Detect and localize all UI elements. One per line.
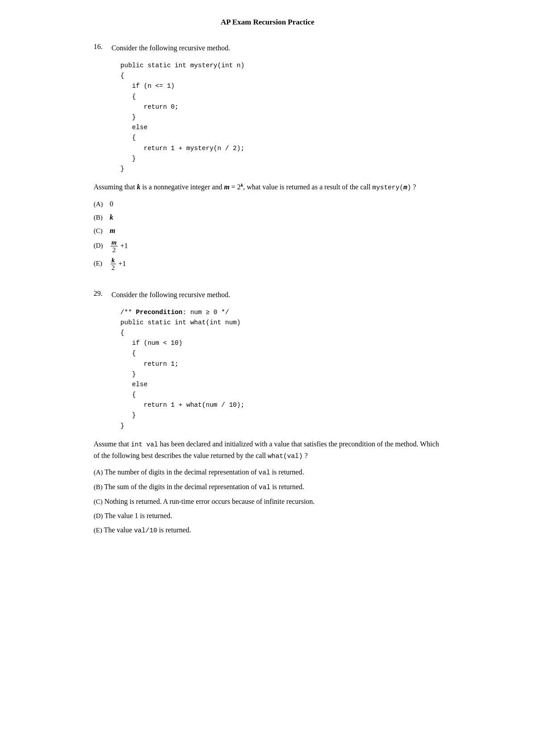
choice-29-e: (E) The value val/10 is returned.	[94, 525, 441, 536]
question-16-intro: Consider the following recursive method.	[111, 43, 230, 53]
question-16: 16. Consider the following recursive met…	[94, 43, 441, 272]
choice-29-a: (A) The number of digits in the decimal …	[94, 467, 441, 478]
choice-29-b: (B) The sum of the digits in the decimal…	[94, 482, 441, 493]
choice-16-a-text: 0	[110, 199, 113, 209]
question-29-choices: (A) The number of digits in the decimal …	[94, 467, 441, 535]
question-16-code: public static int mystery(int n) { if (n…	[120, 61, 441, 174]
page-title: AP Exam Recursion Practice	[94, 18, 441, 27]
choice-16-c: (C) m	[94, 225, 441, 236]
choice-16-e: (E) k 2 +1	[94, 257, 441, 272]
choice-16-d: (D) m 2 +1	[94, 239, 441, 254]
question-16-choices: (A) 0 (B) k (C) m (D) m 2 +1 (E)	[94, 199, 441, 272]
question-16-number: 16.	[94, 43, 107, 53]
question-29-code: /** Precondition: num ≥ 0 */ public stat…	[120, 307, 441, 431]
choice-16-b-text: k	[110, 212, 113, 223]
choice-16-b: (B) k	[94, 212, 441, 223]
choice-29-c: (C) Nothing is returned. A run-time erro…	[94, 496, 441, 507]
choice-29-d: (D) The value 1 is returned.	[94, 511, 441, 521]
question-29-number: 29.	[94, 290, 107, 300]
choice-16-e-text: k 2 +1	[110, 257, 126, 272]
choice-16-c-text: m	[110, 225, 115, 236]
choice-16-d-text: m 2 +1	[110, 239, 128, 254]
question-29-intro: Consider the following recursive method.	[111, 290, 230, 300]
question-29: 29. Consider the following recursive met…	[94, 290, 441, 536]
question-16-prompt: Assuming that k is a nonnegative integer…	[94, 181, 441, 193]
choice-16-a: (A) 0	[94, 199, 441, 209]
question-29-prompt: Assume that int val has been declared an…	[94, 438, 441, 462]
